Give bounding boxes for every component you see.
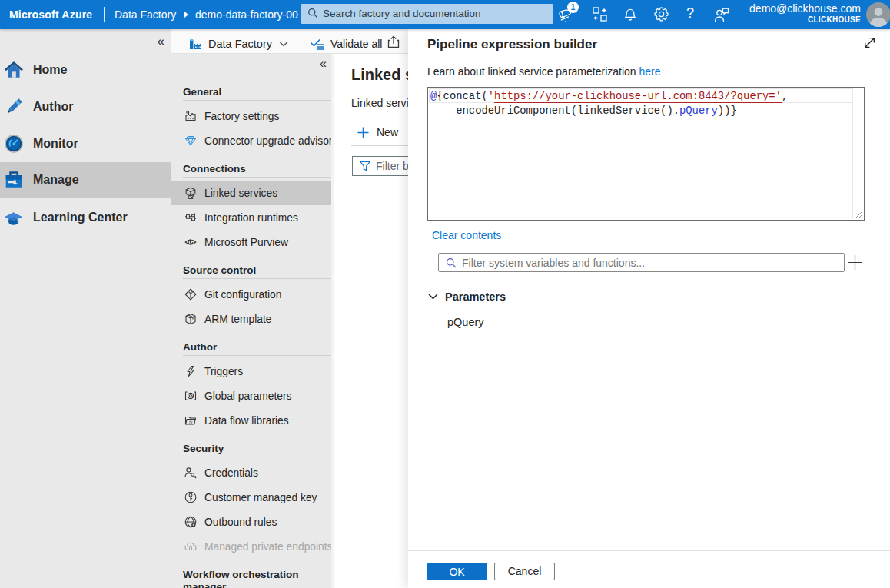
svg-text:fx: fx <box>189 420 193 424</box>
